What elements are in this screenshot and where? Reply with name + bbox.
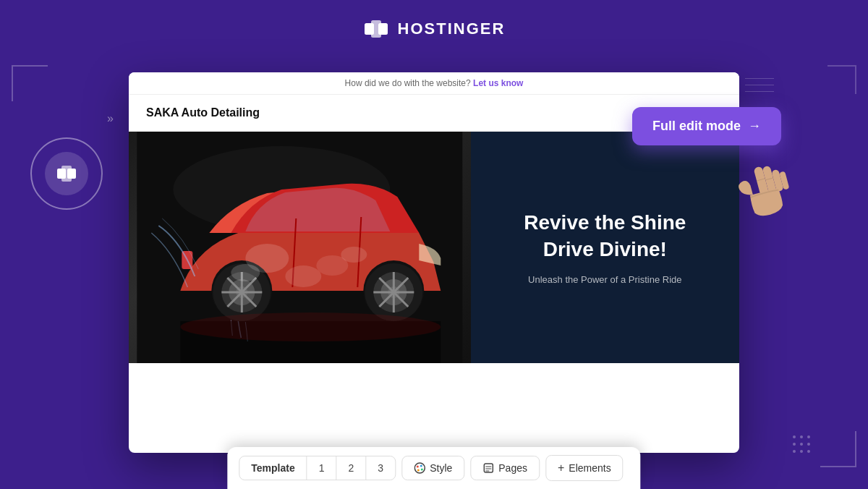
hero-section: Revive the Shine Drive Divine! Unleash t… [129, 132, 739, 363]
arrow-decoration: » [107, 112, 111, 125]
svg-point-44 [421, 469, 423, 471]
hand-cursor-illustration [734, 152, 792, 217]
template-toolbar-group: Template 1 2 3 [239, 456, 396, 480]
svg-point-30 [285, 265, 321, 287]
hero-image [129, 132, 471, 363]
svg-point-42 [417, 466, 419, 468]
hero-title: Revive the Shine Drive Divine! [524, 210, 686, 263]
style-button[interactable]: Style [402, 456, 464, 480]
svg-point-33 [341, 247, 367, 263]
svg-point-45 [417, 469, 420, 472]
grid-decoration-right [745, 78, 774, 98]
hostinger-logo-text: HOSTINGER [398, 20, 506, 38]
logo-circle-decoration [30, 137, 103, 210]
notification-link[interactable]: Let us know [473, 78, 523, 88]
notification-bar: How did we do with the website? Let us k… [129, 72, 739, 95]
palette-icon [414, 462, 425, 474]
svg-rect-5 [371, 20, 381, 38]
svg-point-41 [414, 463, 425, 473]
pages-toolbar-group: Pages [470, 456, 540, 480]
pages-icon [482, 462, 494, 474]
svg-rect-0 [57, 169, 66, 179]
svg-point-31 [231, 264, 260, 281]
full-edit-mode-button[interactable]: Full edit mode → [632, 107, 781, 145]
page-3-button[interactable]: 3 [366, 456, 395, 480]
svg-rect-1 [67, 169, 76, 179]
arrow-icon: → [748, 119, 761, 134]
pages-button[interactable]: Pages [471, 456, 539, 480]
header: HOSTINGER [0, 0, 868, 58]
page-2-button[interactable]: 2 [337, 456, 367, 480]
hero-text-area: Revive the Shine Drive Divine! Unleash t… [471, 132, 739, 363]
svg-point-34 [180, 312, 441, 341]
hero-subtitle: Unleash the Power of a Pristine Ride [528, 274, 681, 285]
corner-decoration-tl [12, 65, 48, 101]
hostinger-logo-icon [363, 16, 389, 42]
page-1-button[interactable]: 1 [307, 456, 337, 480]
elements-toolbar-group: + Elements [545, 455, 624, 481]
bottom-toolbar: Template 1 2 3 Style [227, 447, 640, 489]
corner-decoration-br [820, 431, 856, 467]
template-button[interactable]: Template [239, 456, 307, 480]
svg-point-43 [420, 465, 422, 467]
logo: HOSTINGER [363, 16, 506, 42]
plus-icon: + [558, 462, 564, 475]
svg-rect-2 [61, 166, 72, 182]
style-toolbar-group: Style [401, 456, 464, 480]
elements-button[interactable]: + Elements [546, 456, 623, 480]
dots-decoration-br [793, 435, 810, 453]
corner-decoration-tr [827, 65, 856, 94]
car-wash-background [129, 132, 471, 363]
